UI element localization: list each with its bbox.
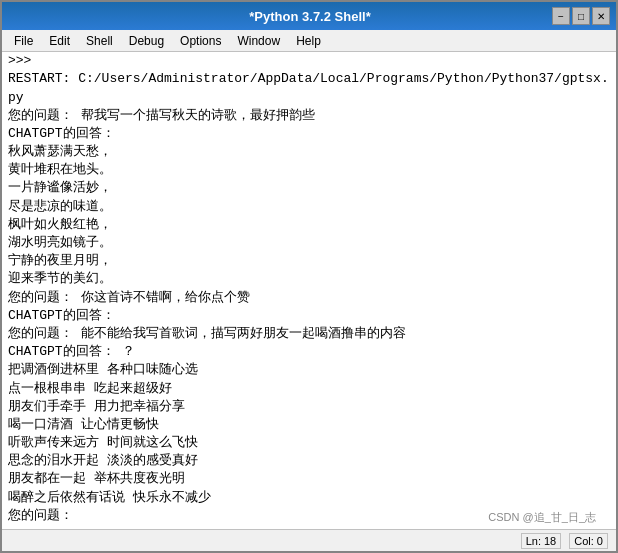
terminal-line: CHATGPT的回答： (8, 307, 610, 325)
status-ln: Ln: 18 (521, 533, 562, 549)
title-bar: *Python 3.7.2 Shell* − □ ✕ (2, 2, 616, 30)
menu-bar: FileEditShellDebugOptionsWindowHelp (2, 30, 616, 52)
terminal-line: 迎来季节的美幻。 (8, 270, 610, 288)
maximize-button[interactable]: □ (572, 7, 590, 25)
terminal-line: 喝一口清酒 让心情更畅快 (8, 416, 610, 434)
status-bar: Ln: 18 Col: 0 (2, 529, 616, 551)
terminal-line: 朋友都在一起 举杯共度夜光明 (8, 470, 610, 488)
menu-item-shell[interactable]: Shell (78, 32, 121, 50)
terminal-line: 一片静谧像活妙， (8, 179, 610, 197)
terminal-line: 宁静的夜里月明， (8, 252, 610, 270)
terminal-output[interactable]: Python 3.7.2 (tags/v3.7.2:9a3ffc0492, De… (2, 52, 616, 529)
window-controls: − □ ✕ (552, 7, 610, 25)
terminal-line: 听歌声传来远方 时间就这么飞快 (8, 434, 610, 452)
terminal-line: 湖水明亮如镜子。 (8, 234, 610, 252)
terminal-line: 喝醉之后依然有话说 快乐永不减少 (8, 489, 610, 507)
terminal-line: RESTART: C:/Users/Administrator/AppData/… (8, 70, 610, 106)
watermark: CSDN @追_甘_日_志 (488, 510, 596, 525)
menu-item-options[interactable]: Options (172, 32, 229, 50)
menu-item-edit[interactable]: Edit (41, 32, 78, 50)
terminal-line: 点一根根串串 吃起来超级好 (8, 380, 610, 398)
terminal-line: 把调酒倒进杯里 各种口味随心选 (8, 361, 610, 379)
terminal-line: 您的问题： 能不能给我写首歌词，描写两好朋友一起喝酒撸串的内容 (8, 325, 610, 343)
terminal-line: 朋友们手牵手 用力把幸福分享 (8, 398, 610, 416)
terminal-line: CHATGPT的回答： (8, 125, 610, 143)
menu-item-file[interactable]: File (6, 32, 41, 50)
menu-item-window[interactable]: Window (229, 32, 288, 50)
terminal-line: 尽是悲凉的味道。 (8, 198, 610, 216)
terminal-line: 您的问题： 帮我写一个描写秋天的诗歌，最好押韵些 (8, 107, 610, 125)
terminal-line: 黄叶堆积在地头。 (8, 161, 610, 179)
window-title: *Python 3.7.2 Shell* (68, 9, 552, 24)
terminal-line: 您的问题： 你这首诗不错啊，给你点个赞 (8, 289, 610, 307)
content-area: Python 3.7.2 (tags/v3.7.2:9a3ffc0492, De… (2, 52, 616, 529)
terminal-line: 思念的泪水开起 淡淡的感受真好 (8, 452, 610, 470)
main-window: *Python 3.7.2 Shell* − □ ✕ FileEditShell… (0, 0, 618, 553)
status-col: Col: 0 (569, 533, 608, 549)
menu-item-help[interactable]: Help (288, 32, 329, 50)
terminal-line: 秋风萧瑟满天愁， (8, 143, 610, 161)
minimize-button[interactable]: − (552, 7, 570, 25)
close-button[interactable]: ✕ (592, 7, 610, 25)
terminal-line: CHATGPT的回答： ？ (8, 343, 610, 361)
terminal-line: >>> (8, 52, 610, 70)
terminal-line: 枫叶如火般红艳， (8, 216, 610, 234)
menu-item-debug[interactable]: Debug (121, 32, 172, 50)
